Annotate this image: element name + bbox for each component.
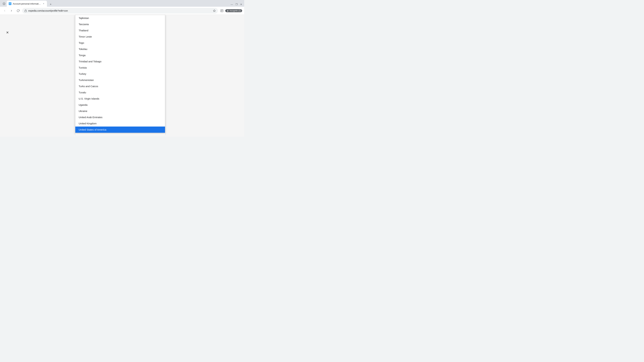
svg-point-10 <box>227 10 228 11</box>
profile-icon[interactable] <box>1 1 7 7</box>
dropdown-item[interactable]: U.S. Virgin Islands <box>75 95 165 102</box>
dropdown-item[interactable]: Tunisia <box>75 64 165 71</box>
active-tab[interactable]: Account personal information × <box>7 1 47 7</box>
dropdown-item[interactable]: Togo <box>75 40 165 46</box>
dropdown-item[interactable]: Thailand <box>75 27 165 33</box>
incognito-label: Incognito (2) <box>230 9 241 12</box>
incognito-badge: Incognito (2) <box>225 9 242 12</box>
dropdown-item[interactable]: United States of America <box>75 126 165 133</box>
tab-favicon <box>9 2 12 5</box>
toolbar-actions: Incognito (2) <box>219 8 242 13</box>
back-button[interactable] <box>2 8 8 13</box>
dropdown-item[interactable]: Turkmenistan <box>75 77 165 83</box>
close-x-button[interactable]: ✕ <box>5 30 10 35</box>
country-dropdown[interactable]: TajikistanTanzaniaThailandTimor LesteTog… <box>75 15 165 133</box>
dropdown-item[interactable]: United Kingdom <box>75 120 165 126</box>
window-controls: — ❐ ✕ <box>230 3 243 7</box>
dropdown-item[interactable]: Turkey <box>75 71 165 77</box>
dropdown-item[interactable]: Tokelau <box>75 46 165 52</box>
reload-button[interactable] <box>16 8 21 13</box>
svg-marker-1 <box>4 3 4 4</box>
forward-button[interactable] <box>9 8 14 13</box>
address-bar[interactable]: expedia.com/account/profile?edit=con <box>22 8 218 13</box>
svg-marker-5 <box>213 9 216 12</box>
tab-bar: Account personal information × + — ❐ ✕ <box>0 0 244 7</box>
incognito-icon <box>226 9 229 12</box>
dropdown-item[interactable]: United Arab Emirates <box>75 114 165 120</box>
tab-title: Account personal information <box>13 2 41 5</box>
url-text: expedia.com/account/profile?edit=con <box>28 9 212 12</box>
close-window-button[interactable]: ✕ <box>240 3 243 6</box>
dropdown-item[interactable]: Tonga <box>75 52 165 58</box>
page-content: ✕ TajikistanTanzaniaThailandTimor LesteT… <box>0 15 244 137</box>
maximize-button[interactable]: ❐ <box>235 3 238 6</box>
new-tab-button[interactable]: + <box>48 2 53 7</box>
dropdown-item[interactable]: Trinidad and Tobago <box>75 58 165 64</box>
lock-icon <box>24 9 27 12</box>
svg-rect-4 <box>25 10 27 12</box>
tab-close-button[interactable]: × <box>42 2 45 5</box>
minimize-button[interactable]: — <box>230 3 234 6</box>
dropdown-item[interactable]: Ukraine <box>75 108 165 114</box>
dropdown-item[interactable]: Timor Leste <box>75 33 165 40</box>
star-icon[interactable] <box>213 9 216 12</box>
dropdown-item[interactable]: Turks and Caicos <box>75 83 165 89</box>
reader-mode-button[interactable] <box>219 8 224 13</box>
dropdown-item[interactable]: Uganda <box>75 102 165 108</box>
browser-toolbar: expedia.com/account/profile?edit=con <box>0 7 244 15</box>
dropdown-item[interactable]: Tuvalu <box>75 89 165 95</box>
dropdown-item[interactable]: Tanzania <box>75 21 165 27</box>
browser-frame: Account personal information × + — ❐ ✕ <box>0 0 244 137</box>
dropdown-item[interactable]: Tajikistan <box>75 15 165 21</box>
svg-rect-2 <box>9 3 11 4</box>
